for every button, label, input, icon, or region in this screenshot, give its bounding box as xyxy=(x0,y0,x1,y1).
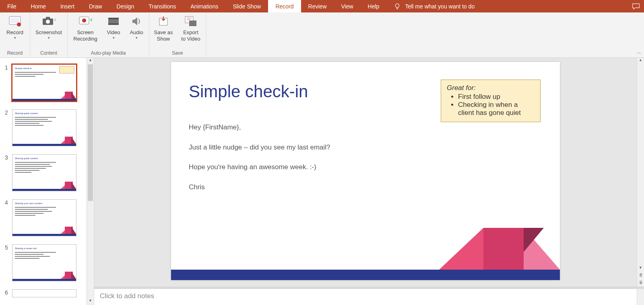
notes-scrollbar[interactable] xyxy=(637,289,644,305)
canvas-scrollbar[interactable]: ▲ ▼ ⤊ ⤋ xyxy=(637,58,644,287)
chevron-up-icon: ︿ xyxy=(637,49,642,55)
svg-marker-19 xyxy=(524,228,544,252)
slide-body[interactable]: Hey {FirstName}, Just a little nudge – d… xyxy=(189,122,330,202)
comments-button[interactable] xyxy=(628,0,644,12)
svg-rect-1 xyxy=(10,18,19,23)
tab-draw[interactable]: Draw xyxy=(82,0,109,12)
slide-thumbnail-3[interactable]: Sharing great content xyxy=(12,154,76,191)
svg-text:+: + xyxy=(90,16,92,23)
audio-icon xyxy=(130,15,143,28)
tab-file[interactable]: File xyxy=(0,0,24,12)
group-label-content: Content xyxy=(33,49,65,57)
ribbon-group-content: + Screenshot ▾ Content xyxy=(30,12,68,57)
group-label-save: Save xyxy=(152,49,203,57)
next-slide-button[interactable]: ⤋ xyxy=(637,279,644,287)
tab-design[interactable]: Design xyxy=(109,0,142,12)
body-line: Chris xyxy=(189,182,330,192)
record-button-label: Record xyxy=(6,29,23,36)
chevron-down-icon: ▾ xyxy=(48,36,50,40)
thumb-number: 6 xyxy=(5,289,10,296)
scroll-handle[interactable] xyxy=(88,64,93,201)
tab-animations[interactable]: Animations xyxy=(183,0,225,12)
slide-canvas-area: Simple check-in Hey {FirstName}, Just a … xyxy=(94,58,644,305)
export-video-label-2: to Video xyxy=(181,36,200,42)
tell-me-search[interactable]: Tell me what you want to do xyxy=(386,0,628,12)
slide-thumbnail-6[interactable] xyxy=(12,289,76,297)
svg-point-8 xyxy=(82,18,86,23)
lightbulb-icon xyxy=(394,3,401,10)
tab-help[interactable]: Help xyxy=(361,0,387,12)
save-as-show-label-2: Show xyxy=(157,36,170,42)
export-to-video-button[interactable]: Export to Video xyxy=(178,14,203,42)
comment-icon xyxy=(632,3,640,10)
collapse-ribbon-button[interactable]: ︿ xyxy=(637,49,642,56)
tab-slideshow[interactable]: Slide Show xyxy=(225,0,268,12)
tab-home[interactable]: Home xyxy=(24,0,53,12)
svg-marker-16 xyxy=(439,228,483,270)
group-label-autoplay: Auto-play Media xyxy=(70,49,147,57)
export-video-label-1: Export xyxy=(183,29,198,36)
thumbnail-scrollbar[interactable]: ▲ ▼ xyxy=(87,58,94,305)
slide-editor[interactable]: Simple check-in Hey {FirstName}, Just a … xyxy=(94,58,637,287)
body-line: Hope you're having an awesome week. :-) xyxy=(189,162,330,172)
svg-rect-5 xyxy=(46,17,50,19)
screenshot-button-label: Screenshot xyxy=(35,29,62,36)
thumb-number: 4 xyxy=(5,199,10,206)
export-video-icon xyxy=(184,15,198,28)
video-button-label: Video xyxy=(107,29,120,36)
screen-recording-button[interactable]: + Screen Recording xyxy=(70,14,101,42)
callout-bullet: Checking in when a client has gone quiet xyxy=(458,101,535,117)
current-slide[interactable]: Simple check-in Hey {FirstName}, Just a … xyxy=(171,62,560,280)
previous-slide-button[interactable]: ⤊ xyxy=(637,272,644,279)
tell-me-placeholder: Tell me what you want to do xyxy=(405,3,475,10)
svg-point-4 xyxy=(46,20,50,24)
scroll-up-icon[interactable]: ▲ xyxy=(637,58,644,64)
slide-thumbnail-5[interactable]: Sharing a recent win xyxy=(12,244,76,281)
slide-thumbnail-2[interactable]: Sharing great content xyxy=(12,109,76,146)
thumb-number: 1 xyxy=(5,64,10,71)
video-button[interactable]: Video ▾ xyxy=(104,14,123,40)
ribbon-tabstrip: File Home Insert Draw Design Transitions… xyxy=(0,0,644,12)
audio-button-label: Audio xyxy=(130,29,143,36)
scroll-up-icon[interactable]: ▲ xyxy=(87,58,94,64)
scroll-down-icon[interactable]: ▼ xyxy=(637,266,644,272)
record-icon xyxy=(8,15,22,28)
thumb-number: 5 xyxy=(5,244,10,251)
group-label-record: Record xyxy=(2,49,27,57)
thumb-number: 3 xyxy=(5,154,10,161)
record-button[interactable]: Record ▾ xyxy=(2,14,27,40)
scroll-down-icon[interactable]: ▼ xyxy=(87,299,94,305)
tab-view[interactable]: View xyxy=(334,0,361,12)
screen-recording-label-1: Screen xyxy=(77,29,93,36)
audio-button[interactable]: Audio ▾ xyxy=(126,14,147,40)
ribbon-group-save: Save as Show Export to Video Save xyxy=(149,12,206,57)
thumb-title: Sharing your own content xyxy=(15,202,42,205)
thumb-title: Sharing great content xyxy=(15,112,38,115)
callout-bullet: First follow up xyxy=(458,93,535,101)
save-as-show-button[interactable]: Save as Show xyxy=(152,14,175,42)
svg-rect-17 xyxy=(483,228,524,270)
tab-insert[interactable]: Insert xyxy=(53,0,82,12)
slide-callout[interactable]: Great for: First follow up Checking in w… xyxy=(441,80,541,122)
scroll-track[interactable] xyxy=(637,64,644,266)
thumb-title: Sharing great content xyxy=(15,157,38,160)
slide-title[interactable]: Simple check-in xyxy=(189,82,308,101)
tab-transitions[interactable]: Transitions xyxy=(141,0,183,12)
slide-thumbnail-pane: 1 Simple check-in 2 Sharing great conten… xyxy=(0,58,87,305)
ribbon: Record ▾ Record + Screenshot ▾ Content +… xyxy=(0,12,644,58)
screenshot-button[interactable]: + Screenshot ▾ xyxy=(33,14,65,40)
camera-icon: + xyxy=(42,15,56,28)
thumb-number: 2 xyxy=(5,109,10,116)
slide-thumbnail-1[interactable]: Simple check-in xyxy=(12,64,76,101)
callout-header: Great for: xyxy=(447,84,535,92)
tab-review[interactable]: Review xyxy=(301,0,334,12)
screen-recording-icon: + xyxy=(78,15,92,28)
svg-point-2 xyxy=(17,23,21,27)
tab-record[interactable]: Record xyxy=(268,0,301,12)
scroll-track[interactable] xyxy=(87,64,94,299)
svg-rect-12 xyxy=(108,23,119,25)
save-as-show-label-1: Save as xyxy=(154,29,173,36)
chevron-down-icon: ▾ xyxy=(113,36,115,40)
notes-pane[interactable]: Click to add notes xyxy=(94,289,637,305)
slide-thumbnail-4[interactable]: Sharing your own content xyxy=(12,199,76,236)
